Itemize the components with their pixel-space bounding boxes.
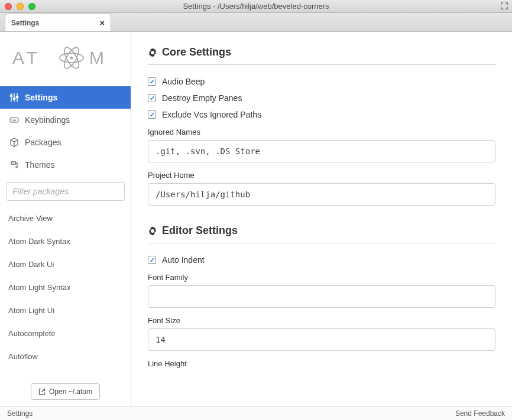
svg-rect-11 (17, 96, 18, 97)
svg-rect-9 (11, 95, 12, 96)
project-home-input[interactable] (148, 183, 495, 206)
package-item[interactable]: Atom Dark Syntax (0, 230, 131, 253)
filter-packages-input[interactable] (6, 182, 125, 201)
traffic-lights (0, 3, 35, 10)
sidebar-item-keybindings[interactable]: Keybindings (0, 109, 131, 131)
sidebar-item-label: Packages (25, 138, 61, 147)
sidebar-item-label: Keybindings (25, 115, 70, 125)
package-item[interactable]: Archive View (0, 207, 131, 230)
auto-indent-checkbox[interactable] (148, 256, 156, 264)
audio-beep-checkbox[interactable] (148, 77, 156, 86)
audio-beep-label: Audio Beep (162, 77, 205, 86)
settings-content[interactable]: Core Settings Audio Beep Destroy Empty P… (131, 32, 512, 406)
tab-settings[interactable]: Settings × (5, 14, 111, 31)
font-family-label: Font Family (148, 273, 495, 282)
zoom-window-button[interactable] (28, 3, 35, 10)
tab-label: Settings (11, 19, 39, 27)
svg-rect-16 (16, 119, 17, 119)
font-family-input[interactable] (148, 285, 495, 308)
package-item[interactable]: Atom Light Syntax (0, 276, 131, 299)
paint-icon (9, 160, 19, 170)
package-list[interactable]: Archive View Atom Dark Syntax Atom Dark … (0, 207, 131, 380)
editor-settings-header: Editor Settings (148, 224, 495, 243)
sidebar: AT M Settings Keybind (0, 32, 131, 406)
svg-rect-17 (12, 121, 17, 121)
statusbar: Settings Send Feedback (0, 406, 512, 420)
tabbar: Settings × (0, 13, 512, 32)
destroy-empty-panes-label: Destroy Empty Panes (162, 93, 242, 103)
svg-rect-10 (14, 98, 15, 99)
sidebar-item-packages[interactable]: Packages (0, 131, 131, 154)
core-settings-title: Core Settings (162, 46, 231, 58)
exclude-vcs-label: Exclude Vcs Ignored Paths (162, 110, 261, 119)
svg-rect-14 (13, 119, 14, 119)
svg-rect-12 (10, 118, 18, 122)
statusbar-left: Settings (7, 409, 33, 418)
gear-icon (148, 48, 157, 57)
editor-settings-title: Editor Settings (162, 224, 238, 237)
close-window-button[interactable] (5, 3, 12, 10)
minimize-window-button[interactable] (17, 3, 24, 10)
open-atom-label: Open ~/.atom (49, 388, 92, 396)
font-size-label: Font Size (148, 316, 495, 325)
package-item[interactable]: Autocomplete (0, 322, 131, 345)
svg-rect-15 (14, 119, 15, 119)
gear-icon (148, 226, 157, 236)
fullscreen-icon (500, 2, 508, 10)
window-title: Settings - /Users/hilja/web/beveled-corn… (0, 2, 512, 11)
keyboard-icon (9, 115, 19, 125)
package-item[interactable]: Autoflow (0, 345, 131, 368)
titlebar: Settings - /Users/hilja/web/beveled-corn… (0, 0, 512, 13)
package-icon (9, 138, 19, 147)
open-atom-folder-button[interactable]: Open ~/.atom (31, 383, 100, 400)
line-height-label: Line Height (148, 359, 495, 368)
exclude-vcs-checkbox[interactable] (148, 110, 156, 119)
atom-logo: AT M (0, 32, 131, 86)
ignored-names-label: Ignored Names (148, 128, 495, 136)
package-item[interactable]: Atom Light Ui (0, 299, 131, 322)
svg-rect-13 (11, 119, 12, 119)
sidebar-item-themes[interactable]: Themes (0, 154, 131, 176)
svg-text:AT: AT (12, 48, 41, 67)
font-size-input[interactable] (148, 328, 495, 351)
project-home-label: Project Home (148, 171, 495, 180)
core-settings-header: Core Settings (148, 46, 495, 65)
package-item[interactable]: Atom Dark Ui (0, 253, 131, 276)
auto-indent-label: Auto Indent (162, 255, 205, 265)
sidebar-item-label: Themes (25, 160, 55, 170)
svg-text:M: M (89, 48, 108, 67)
sliders-icon (9, 93, 19, 102)
tab-close-button[interactable]: × (100, 18, 105, 28)
send-feedback-link[interactable]: Send Feedback (455, 409, 505, 418)
external-link-icon (38, 388, 46, 395)
svg-point-5 (70, 57, 73, 60)
destroy-empty-panes-checkbox[interactable] (148, 94, 156, 102)
fullscreen-button[interactable] (500, 2, 508, 12)
sidebar-item-label: Settings (25, 93, 57, 102)
ignored-names-input[interactable] (148, 140, 495, 162)
sidebar-item-settings[interactable]: Settings (0, 86, 131, 109)
